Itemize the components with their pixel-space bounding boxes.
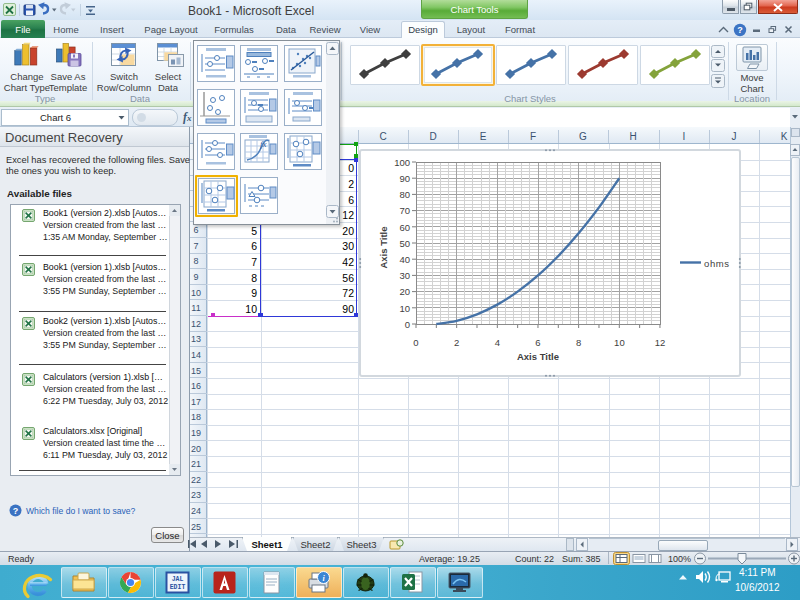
- svg-text:?: ?: [737, 25, 743, 35]
- svg-text:?: ?: [13, 506, 19, 516]
- svg-text:EDIT: EDIT: [170, 584, 186, 591]
- svg-text:JAL: JAL: [172, 576, 184, 583]
- svg-text:fx: fx: [260, 139, 267, 149]
